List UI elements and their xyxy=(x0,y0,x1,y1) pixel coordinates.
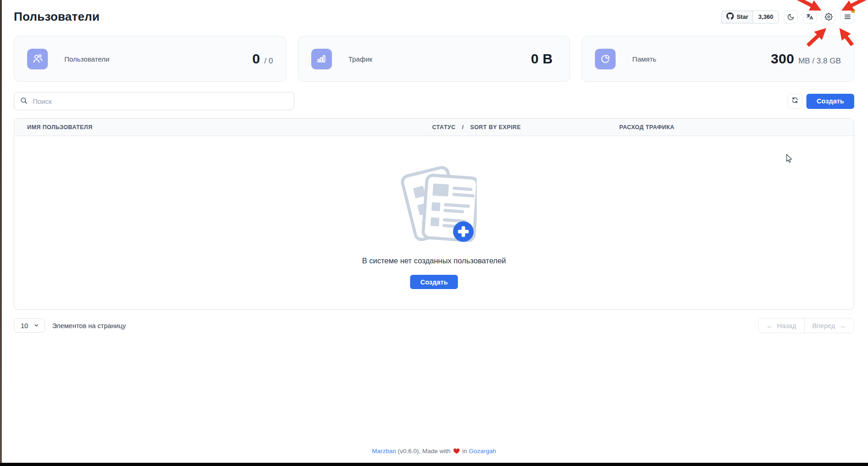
page-size-value: 10 xyxy=(21,322,28,330)
moon-icon xyxy=(787,13,794,21)
footer-in-text: in xyxy=(463,448,468,455)
stat-suffix: MB / 3.8 GB xyxy=(798,57,841,66)
hamburger-icon xyxy=(844,13,851,21)
users-page: Пользователи Star 3,360 xyxy=(0,0,868,333)
stat-card-traffic: Трафик 0 B xyxy=(298,36,571,82)
column-header-divider: / xyxy=(462,124,464,131)
create-button[interactable]: Создать xyxy=(806,94,854,109)
gozargah-link[interactable]: Gozargah xyxy=(469,448,496,455)
memory-icon xyxy=(595,49,616,69)
menu-button[interactable] xyxy=(840,10,854,23)
marzban-link[interactable]: Marzban xyxy=(372,448,396,455)
notification-dot xyxy=(851,9,855,13)
search-input[interactable] xyxy=(14,92,294,110)
empty-state-message: В системе нет созданных пользователей xyxy=(362,256,506,265)
page-size-select[interactable]: 10 xyxy=(14,318,45,333)
footer-version-text: (v0.6.0), Made with xyxy=(398,448,452,455)
search-icon xyxy=(20,97,28,107)
stat-card-users: Пользователи 0 / 0 xyxy=(14,36,286,82)
page-title: Пользователи xyxy=(14,8,100,24)
gear-icon xyxy=(825,13,833,21)
stat-label: Пользователи xyxy=(64,55,109,63)
taskbar-edge xyxy=(0,463,868,466)
refresh-button[interactable] xyxy=(788,94,802,108)
stat-value: 0 B xyxy=(531,51,553,67)
stat-label: Трафик xyxy=(348,55,372,63)
users-table: ИМЯ ПОЛЬЗОВАТЕЛЯ СТАТУС / SORT BY EXPIRE… xyxy=(14,118,854,310)
header-controls: Star 3,360 xyxy=(721,8,854,23)
pagination: 10 Элементов на страницу ← Назад Вперед … xyxy=(14,318,854,333)
column-header-traffic[interactable]: РАСХОД ТРАФИКА xyxy=(619,119,674,136)
refresh-icon xyxy=(791,97,799,106)
stats-row: Пользователи 0 / 0 Трафик 0 B Память 300 xyxy=(14,36,854,82)
screen-left-edge xyxy=(0,0,2,466)
column-header-username[interactable]: ИМЯ ПОЛЬЗОВАТЕЛЯ xyxy=(27,119,92,136)
github-star-button[interactable]: Star 3,360 xyxy=(721,11,779,23)
arrow-right-icon: → xyxy=(839,322,846,330)
users-icon xyxy=(27,49,48,69)
stat-label: Память xyxy=(632,55,656,63)
app-footer: Marzban (v0.6.0), Made with in Gozargah xyxy=(0,448,868,455)
plus-icon xyxy=(453,222,474,242)
stat-suffix: / 0 xyxy=(264,57,273,66)
heart-icon xyxy=(453,448,460,455)
settings-button[interactable] xyxy=(822,10,835,23)
chevron-down-icon xyxy=(34,322,39,330)
page-size-label: Элементов на страницу xyxy=(52,322,126,330)
github-logo-icon xyxy=(726,12,734,21)
translate-icon xyxy=(806,13,814,21)
column-header-status[interactable]: СТАТУС xyxy=(432,124,456,131)
github-star-segment[interactable]: Star xyxy=(722,11,753,23)
table-header-row: ИМЯ ПОЛЬЗОВАТЕЛЯ СТАТУС / SORT BY EXPIRE… xyxy=(14,119,854,136)
empty-state-illustration xyxy=(392,162,477,249)
github-star-label: Star xyxy=(737,13,748,20)
language-button[interactable] xyxy=(803,10,817,23)
column-header-sort-by-expire[interactable]: SORT BY EXPIRE xyxy=(470,124,521,131)
arrow-left-icon: ← xyxy=(766,322,773,330)
prev-page-button[interactable]: ← Назад xyxy=(759,318,804,333)
table-empty-body: В системе нет созданных пользователей Со… xyxy=(14,136,854,309)
traffic-icon xyxy=(311,49,332,69)
stat-value: 300 xyxy=(771,51,794,67)
github-star-count[interactable]: 3,360 xyxy=(753,11,778,23)
dark-mode-button[interactable] xyxy=(784,10,798,23)
empty-create-button[interactable]: Создать xyxy=(410,275,458,289)
column-header-status-expire[interactable]: СТАТУС / SORT BY EXPIRE xyxy=(432,119,521,136)
stat-card-memory: Память 300 MB / 3.8 GB xyxy=(582,36,854,82)
next-page-button[interactable]: Вперед → xyxy=(804,318,854,333)
stat-value: 0 xyxy=(252,51,260,67)
toolbar: Создать xyxy=(14,92,854,110)
pager: ← Назад Вперед → xyxy=(758,318,854,333)
